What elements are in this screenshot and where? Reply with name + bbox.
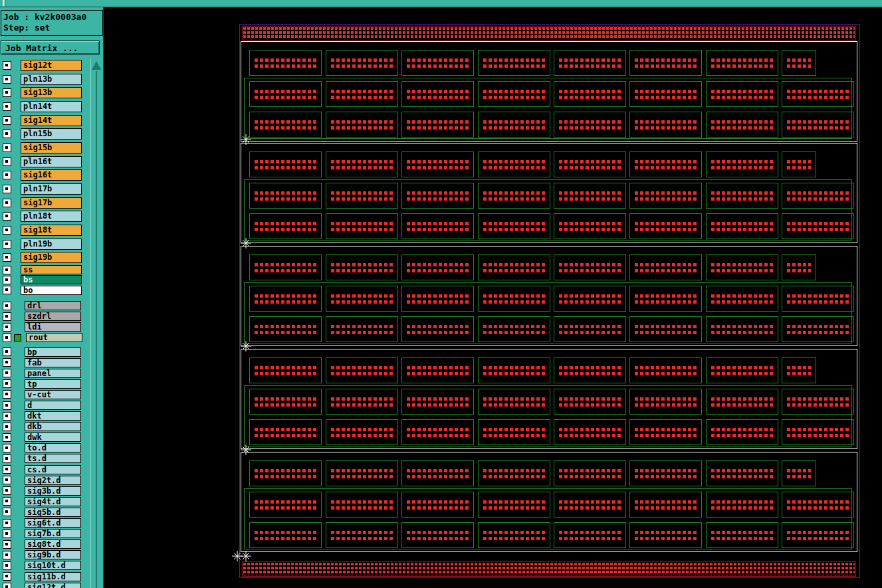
layer-row-panel[interactable]: panel bbox=[0, 368, 90, 379]
pcb-module[interactable] bbox=[401, 286, 474, 312]
pcb-module[interactable] bbox=[629, 81, 702, 107]
layer-row-pln19b[interactable]: pln19b bbox=[0, 237, 90, 251]
layer-label[interactable]: panel bbox=[25, 369, 81, 378]
layer-label[interactable]: pln14t bbox=[21, 101, 82, 112]
layer-label[interactable]: sig13b bbox=[21, 87, 82, 98]
title-bar-handle[interactable] bbox=[3, 0, 5, 6]
layer-row-cs.d[interactable]: cs.d bbox=[0, 464, 90, 475]
layer-label[interactable]: sig6t.d bbox=[25, 518, 81, 528]
pcb-module[interactable] bbox=[554, 460, 626, 486]
layer-label[interactable]: pln13b bbox=[21, 74, 82, 85]
layer-label[interactable]: d bbox=[25, 401, 81, 410]
pcb-module[interactable] bbox=[401, 112, 474, 138]
layer-label[interactable]: sig18t bbox=[21, 225, 82, 236]
layer-row-ts.d[interactable]: ts.d bbox=[0, 453, 90, 464]
layer-label[interactable]: to.d bbox=[25, 443, 81, 452]
pcb-module[interactable] bbox=[326, 213, 398, 239]
layer-row-sig4t.d[interactable]: sig4t.d bbox=[0, 496, 90, 507]
layer-label[interactable]: pln16t bbox=[21, 156, 82, 167]
layer-row-sig10t.d[interactable]: sig10t.d bbox=[0, 560, 90, 571]
pcb-module[interactable] bbox=[554, 213, 626, 239]
pcb-module[interactable] bbox=[706, 419, 778, 445]
layer-label[interactable]: dwk bbox=[25, 433, 81, 442]
layer-checkbox[interactable] bbox=[3, 444, 11, 452]
layer-label[interactable]: sig2t.d bbox=[25, 476, 81, 485]
pcb-module[interactable] bbox=[401, 522, 474, 548]
layer-row-pln16t[interactable]: pln16t bbox=[0, 155, 90, 169]
layer-row-pln17b[interactable]: pln17b bbox=[0, 182, 90, 196]
pcb-module[interactable] bbox=[554, 357, 626, 383]
pcb-module[interactable] bbox=[782, 492, 854, 518]
pcb-module[interactable] bbox=[554, 112, 626, 138]
layer-checkbox[interactable] bbox=[3, 519, 11, 528]
layer-row-bo[interactable]: bo bbox=[0, 285, 90, 295]
pcb-module[interactable] bbox=[629, 50, 702, 76]
pcb-module[interactable] bbox=[629, 254, 702, 280]
pcb-module[interactable] bbox=[554, 81, 626, 107]
pcb-module[interactable] bbox=[706, 213, 778, 239]
pcb-module[interactable] bbox=[629, 183, 702, 209]
pcb-module[interactable] bbox=[249, 460, 322, 486]
layer-label[interactable]: ss bbox=[21, 265, 82, 274]
pcb-module[interactable] bbox=[782, 112, 854, 138]
layer-row-to.d[interactable]: to.d bbox=[0, 442, 90, 453]
layer-checkbox[interactable] bbox=[3, 433, 11, 442]
pcb-module[interactable] bbox=[629, 112, 702, 138]
layer-row-sig7b.d[interactable]: sig7b.d bbox=[0, 528, 90, 539]
pcb-module[interactable] bbox=[629, 151, 702, 177]
pcb-module[interactable] bbox=[478, 112, 550, 138]
pcb-module[interactable] bbox=[326, 286, 398, 312]
pcb-module[interactable] bbox=[326, 81, 398, 107]
layer-label[interactable]: pln15b bbox=[21, 128, 82, 140]
pcb-module[interactable] bbox=[554, 389, 626, 415]
layer-checkbox[interactable] bbox=[3, 476, 11, 484]
layer-checkbox[interactable] bbox=[3, 75, 11, 84]
pcb-module[interactable] bbox=[401, 213, 474, 239]
layer-row-sig16t[interactable]: sig16t bbox=[0, 169, 90, 183]
layer-label[interactable]: bs bbox=[21, 275, 82, 284]
pcb-module[interactable] bbox=[782, 419, 854, 445]
pcb-module[interactable] bbox=[249, 419, 322, 445]
pcb-module[interactable] bbox=[249, 286, 322, 312]
layer-row-drl[interactable]: drl bbox=[0, 300, 90, 311]
pcb-module[interactable] bbox=[326, 183, 398, 209]
pcb-module[interactable] bbox=[249, 151, 322, 177]
layer-label[interactable]: dkt bbox=[25, 411, 81, 421]
pcb-module[interactable] bbox=[326, 419, 398, 445]
layer-checkbox[interactable] bbox=[3, 347, 11, 356]
layer-checkbox[interactable] bbox=[3, 379, 11, 388]
pcb-module[interactable] bbox=[782, 254, 816, 280]
layer-checkbox[interactable] bbox=[3, 61, 11, 70]
layer-checkbox[interactable] bbox=[3, 390, 11, 399]
layer-row-dwk[interactable]: dwk bbox=[0, 432, 90, 442]
layer-checkbox[interactable] bbox=[3, 540, 11, 549]
pcb-module[interactable] bbox=[401, 151, 474, 177]
pcb-module[interactable] bbox=[706, 81, 778, 107]
layer-checkbox[interactable] bbox=[3, 185, 11, 193]
layer-label[interactable]: sig17b bbox=[21, 197, 82, 209]
pcb-module[interactable] bbox=[478, 81, 550, 107]
layer-checkbox[interactable] bbox=[3, 401, 11, 410]
pcb-module[interactable] bbox=[782, 316, 854, 342]
pcb-module[interactable] bbox=[478, 254, 550, 280]
layer-label[interactable]: sig12t bbox=[21, 60, 82, 71]
layer-label[interactable]: sig7b.d bbox=[25, 529, 81, 538]
layer-checkbox[interactable] bbox=[3, 530, 11, 538]
pcb-module[interactable] bbox=[326, 112, 398, 138]
layer-row-pln18t[interactable]: pln18t bbox=[0, 210, 90, 224]
layer-checkbox[interactable] bbox=[3, 412, 11, 421]
layer-checkbox[interactable] bbox=[3, 561, 11, 570]
pcb-module[interactable] bbox=[478, 213, 550, 239]
pcb-module[interactable] bbox=[326, 254, 398, 280]
layer-label[interactable]: bp bbox=[25, 347, 81, 357]
pcb-module[interactable] bbox=[706, 286, 778, 312]
pcb-module[interactable] bbox=[782, 460, 816, 486]
pcb-module[interactable] bbox=[326, 389, 398, 415]
pcb-module[interactable] bbox=[249, 183, 322, 209]
layer-label[interactable]: sig10t.d bbox=[25, 561, 81, 570]
layer-label[interactable]: sig16t bbox=[21, 169, 82, 181]
layer-row-v-cut[interactable]: v-cut bbox=[0, 389, 90, 400]
pcb-module[interactable] bbox=[249, 81, 322, 107]
layer-checkbox[interactable] bbox=[3, 508, 11, 516]
layer-checkbox[interactable] bbox=[3, 116, 11, 125]
